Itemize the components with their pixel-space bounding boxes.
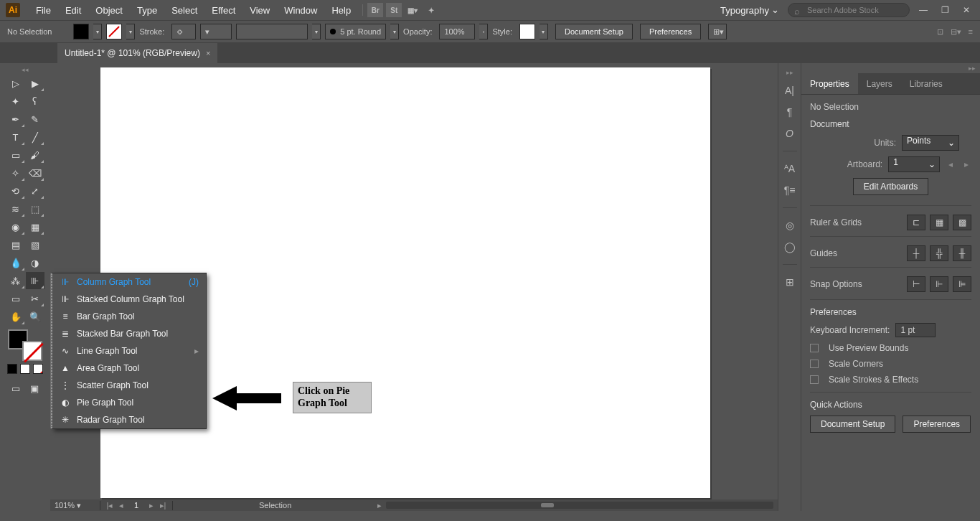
document-setup-button[interactable]: Document Setup [555,24,633,39]
next-artboard-button[interactable]: ▸ [961,159,971,169]
menu-edit[interactable]: Edit [58,5,88,16]
tab-libraries[interactable]: Libraries [901,73,951,94]
qa-preferences-button[interactable]: Preferences [903,416,971,433]
fill-dropdown[interactable]: ▾ [93,24,102,39]
prev-artboard-icon[interactable]: ◂ [116,501,126,510]
opacity-input[interactable]: 100% [439,24,475,39]
artboard-number[interactable]: 1 [128,501,145,510]
curvature-tool[interactable]: ✎ [26,111,44,128]
flyout-column-graph[interactable]: ⊪Column Graph Tool(J) [52,273,206,291]
column-graph-tool[interactable]: ⊪ [26,272,44,289]
perspective-grid-tool[interactable]: ▦ [26,218,44,235]
opacity-dropdown[interactable]: › [479,24,488,39]
preferences-button[interactable]: Preferences [640,24,701,39]
flyout-radar-graph[interactable]: ✳Radar Graph Tool [52,411,206,428]
smart-guides-icon[interactable]: ╫ [953,245,971,261]
align-dropdown[interactable]: ⊞▾ [708,24,727,39]
screen-mode-normal-icon[interactable]: ▭ [8,381,24,395]
color-panel-icon[interactable]: ◯ [783,240,797,254]
character-panel-icon[interactable]: A| [783,83,797,98]
bridge-icon[interactable]: Br [367,3,383,17]
snap-grid-icon[interactable]: ⊩ [930,276,948,292]
slice-tool[interactable]: ✂ [26,290,44,307]
para-styles-panel-icon[interactable]: ¶≡ [783,183,797,197]
zoom-tool[interactable]: 🔍 [26,308,44,325]
magic-wand-tool[interactable]: ✦ [6,93,25,110]
flyout-line-graph[interactable]: ∿Line Graph Tool▸ [52,342,206,360]
stroke-weight-input[interactable]: ≎ [171,24,196,39]
show-guides-icon[interactable]: ┼ [907,245,925,261]
char-styles-panel-icon[interactable]: ᴬA [783,161,797,176]
menu-object[interactable]: Object [88,5,130,16]
brush-definition[interactable] [236,24,308,39]
free-transform-tool[interactable]: ⬚ [26,200,44,217]
artboard-tool[interactable]: ▭ [6,290,25,307]
grid-icon[interactable]: ▦ [930,215,948,230]
opentype-panel-icon[interactable]: O [783,126,797,141]
lasso-tool[interactable]: ʕ [26,93,44,110]
brush-dropdown[interactable]: ▾ [312,24,321,39]
line-segment-tool[interactable]: ╱ [26,128,44,146]
search-input[interactable]: Search Adobe Stock [788,3,910,17]
flyout-stacked-column-graph[interactable]: ⊪Stacked Column Graph Tool [52,291,206,308]
stock-icon[interactable]: St [386,3,402,17]
edit-artboards-button[interactable]: Edit Artboards [853,178,928,195]
last-artboard-icon[interactable]: ▸| [158,501,168,510]
style-swatch[interactable] [519,24,535,39]
direct-selection-tool[interactable]: ▶ [26,75,44,92]
appearance-panel-icon[interactable]: ◎ [783,218,797,233]
selection-tool[interactable]: ▷ [6,75,25,92]
isolate-icon[interactable]: ⊟▾ [951,27,961,37]
menu-help[interactable]: Help [324,5,358,16]
transparency-grid-icon[interactable]: ▩ [953,215,971,230]
ruler-icon[interactable]: ⊏ [907,215,925,230]
menu-select[interactable]: Select [164,5,204,16]
stroke-swatch[interactable] [106,24,122,39]
window-minimize-icon[interactable]: — [915,4,931,17]
flyout-area-graph[interactable]: ▲Area Graph Tool [52,360,206,377]
rectangle-tool[interactable]: ▭ [6,146,25,164]
snap-pixel-icon[interactable]: ⊫ [953,276,971,292]
first-artboard-icon[interactable]: |◂ [105,501,115,510]
menu-type[interactable]: Type [130,5,164,16]
eraser-tool[interactable]: ⌫ [26,164,44,182]
flyout-scatter-graph[interactable]: ⋮Scatter Graph Tool [52,377,206,394]
fill-stroke-wells[interactable] [6,329,44,361]
window-restore-icon[interactable]: ❐ [937,4,953,17]
transform-icon[interactable]: ⊡ [937,27,943,37]
menu-view[interactable]: View [242,5,277,16]
panel-menu-icon[interactable]: ≡ [969,27,973,37]
shape-builder-tool[interactable]: ◉ [6,218,25,235]
rotate-tool[interactable]: ⟲ [6,182,25,200]
window-close-icon[interactable]: ✕ [958,4,974,17]
gradient-tool[interactable]: ▧ [26,236,44,253]
fill-swatch[interactable] [73,24,89,39]
glyphs-panel-icon[interactable]: ⊞ [783,275,797,289]
document-tab[interactable]: Untitled-1* @ 101% (RGB/Preview) × [57,43,217,63]
blend-tool[interactable]: ◑ [26,254,44,271]
none-mode-icon[interactable] [33,364,43,374]
brush-label[interactable]: 5 pt. Round [325,24,386,39]
color-mode-icon[interactable] [7,364,17,374]
eyedropper-tool[interactable]: 💧 [6,254,25,271]
hand-tool[interactable]: ✋ [6,308,25,325]
arrange-documents-icon[interactable]: ▦▾ [405,3,420,17]
tab-properties[interactable]: Properties [801,73,858,94]
screen-mode-full-icon[interactable]: ▣ [27,381,42,395]
scale-tool[interactable]: ⤢ [26,182,44,200]
zoom-level[interactable]: 101% ▾ [50,501,100,510]
prev-artboard-button[interactable]: ◂ [946,159,956,169]
lock-guides-icon[interactable]: ╬ [930,245,948,261]
flyout-bar-graph[interactable]: ≡Bar Graph Tool [52,308,206,325]
flyout-stacked-bar-graph[interactable]: ≣Stacked Bar Graph Tool [52,325,206,342]
width-tool[interactable]: ≋ [6,200,25,217]
shaper-tool[interactable]: ✧ [6,164,25,182]
use-preview-bounds-checkbox[interactable] [810,344,819,352]
paintbrush-tool[interactable]: 🖌 [26,146,44,164]
qa-document-setup-button[interactable]: Document Setup [810,416,895,433]
menu-file[interactable]: File [29,5,58,16]
artboard-select[interactable]: 1 [888,156,940,172]
paragraph-panel-icon[interactable]: ¶ [783,105,797,119]
stroke-profile-dropdown[interactable]: ▾ [200,24,232,39]
flyout-pie-graph[interactable]: ◐Pie Graph Tool [52,394,206,411]
